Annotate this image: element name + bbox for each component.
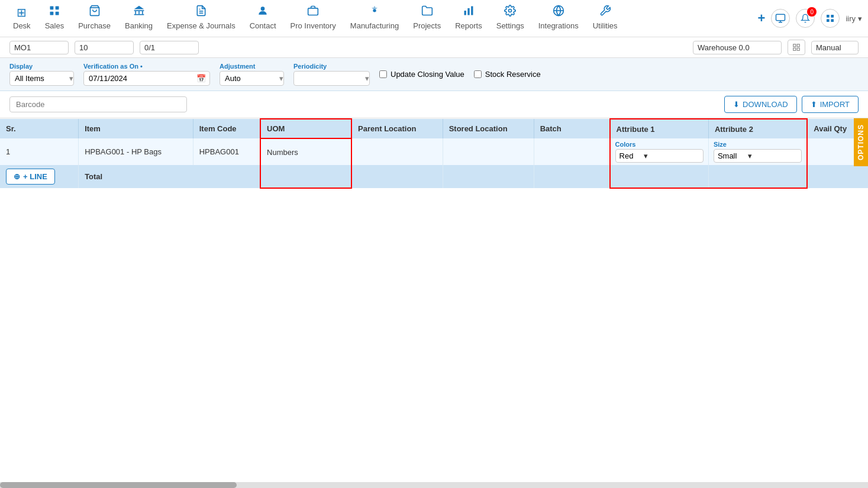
svg-rect-22 [776, 14, 785, 21]
cell-attribute2: Size Small Medium Large ▾ [708, 138, 807, 165]
nav-utilities[interactable]: Utilities [586, 0, 625, 37]
update-closing-label: Update Closing Value [391, 70, 464, 79]
update-closing-check[interactable]: Update Closing Value [379, 70, 464, 79]
col-batch: Batch [534, 119, 609, 138]
nav-purchase[interactable]: Purchase [71, 0, 118, 37]
svg-point-13 [261, 7, 265, 11]
footer-attr2-cell [708, 165, 807, 188]
col-item-code: Item Code [193, 119, 260, 138]
col-attribute2: Attribute 2 [708, 119, 807, 138]
partial-field3[interactable] [140, 41, 199, 54]
cell-item: HPBAG001 - HP Bags [79, 138, 193, 165]
svg-rect-1 [56, 7, 59, 10]
grid-button[interactable] [821, 9, 840, 28]
toolbar-buttons: ⬇ DOWNLOAD ⬆ IMPORT [724, 96, 859, 113]
plus-icon: ⊕ [14, 172, 20, 181]
table-header-row: Sr. Item Item Code UOM Parent Location S… [0, 119, 868, 138]
svg-rect-31 [793, 48, 796, 50]
col-uom: UOM [260, 119, 351, 138]
col-parent-location: Parent Location [351, 119, 443, 138]
partial-field4[interactable] [693, 41, 782, 54]
nav-settings[interactable]: Settings [489, 0, 531, 37]
nav-contact[interactable]: Contact [243, 0, 283, 37]
svg-point-15 [373, 9, 376, 12]
verification-date-input[interactable] [84, 72, 193, 85]
cell-item-code: HPBAG001 [193, 138, 260, 165]
col-attribute1: Attribute 1 [610, 119, 709, 138]
attribute1-select[interactable]: Red Blue Green [619, 151, 641, 160]
svg-rect-25 [827, 15, 830, 18]
verification-input-wrap: 📅 [83, 71, 210, 86]
download-icon: ⬇ [733, 100, 740, 109]
top-nav: ⊞ Desk Sales Purchase Banking Expense & … [0, 0, 868, 37]
purchase-icon [89, 5, 101, 20]
sales-icon [49, 5, 60, 20]
cell-stored-location [443, 138, 534, 165]
attribute2-label: Size [714, 141, 802, 148]
svg-marker-10 [134, 6, 144, 9]
attribute1-cell: Colors Red Blue Green ▾ [615, 141, 704, 163]
svg-rect-5 [134, 10, 144, 11]
footer-total-cell: Total [79, 165, 260, 188]
svg-rect-9 [134, 14, 144, 15]
footer-line-btn-cell: ⊕ + LINE [0, 165, 79, 188]
manufacturing-icon [369, 5, 380, 20]
attribute1-chevron-icon: ▾ [644, 151, 648, 160]
verification-filter: Verification as On • 📅 [83, 63, 210, 86]
download-button[interactable]: ⬇ DOWNLOAD [724, 96, 797, 113]
partial-field2[interactable] [75, 41, 134, 54]
transfer-button[interactable] [771, 9, 790, 28]
inventory-table: Sr. Item Item Code UOM Parent Location S… [0, 118, 868, 189]
nav-sales[interactable]: Sales [38, 0, 72, 37]
nav-reports[interactable]: Reports [448, 0, 489, 37]
options-tab[interactable]: OPTIONS [854, 118, 868, 166]
user-menu[interactable]: iiry ▾ [846, 14, 862, 23]
nav-desk[interactable]: ⊞ Desk [6, 0, 38, 37]
cell-batch [534, 138, 609, 165]
nav-projects[interactable]: Projects [406, 0, 448, 37]
svg-rect-16 [464, 11, 466, 15]
pro-inventory-icon [307, 5, 319, 20]
nav-pro-inventory[interactable]: Pro Inventory [283, 0, 343, 37]
table-wrap: Sr. Item Item Code UOM Parent Location S… [0, 118, 868, 189]
filter-bar: Display All Items Active Items Inactive … [0, 58, 868, 91]
nav-manufacturing[interactable]: Manufacturing [343, 0, 406, 37]
desk-icon: ⊞ [17, 5, 27, 20]
add-button[interactable]: + [758, 11, 766, 26]
display-select-wrap: All Items Active Items Inactive Items ▾ [9, 71, 74, 86]
chevron-down-icon: ▾ [858, 14, 862, 23]
attribute2-select[interactable]: Small Medium Large [718, 151, 746, 160]
partial-field5[interactable] [811, 41, 859, 54]
display-filter: Display All Items Active Items Inactive … [9, 63, 74, 86]
attribute2-select-wrap: Small Medium Large ▾ [714, 149, 802, 163]
footer-uom-cell [260, 165, 351, 188]
attribute2-chevron-icon: ▾ [748, 151, 752, 160]
footer-batch-cell [534, 165, 609, 188]
svg-rect-7 [138, 11, 140, 14]
col-stored-location: Stored Location [443, 119, 534, 138]
nav-expense[interactable]: Expense & Journals [160, 0, 243, 37]
import-button[interactable]: ⬆ IMPORT [802, 96, 859, 113]
svg-rect-30 [797, 44, 799, 47]
update-closing-checkbox[interactable] [379, 70, 387, 78]
periodicity-label: Periodicity [293, 63, 370, 70]
adjustment-select[interactable]: Auto Manual None [220, 72, 284, 85]
col-item: Item [79, 119, 193, 138]
periodicity-select[interactable]: Daily Weekly Monthly [294, 72, 370, 85]
nav-banking[interactable]: Banking [118, 0, 160, 37]
barcode-input[interactable] [9, 96, 187, 112]
footer-attr1-cell [610, 165, 709, 188]
display-select[interactable]: All Items Active Items Inactive Items [10, 72, 74, 85]
table-row: 1 HPBAG001 - HP Bags HPBAG001 Numbers Co… [0, 138, 868, 165]
calendar-icon[interactable]: 📅 [193, 72, 209, 85]
partial-field1[interactable] [9, 41, 69, 54]
reports-icon [463, 5, 475, 20]
stock-reserve-check[interactable]: Stock Reservice [474, 70, 541, 79]
partial-icon-btn[interactable] [788, 40, 805, 55]
nav-integrations[interactable]: Integrations [531, 0, 586, 37]
line-button[interactable]: ⊕ + LINE [6, 169, 55, 185]
svg-rect-14 [308, 8, 318, 15]
notification-button[interactable]: 0 [796, 9, 815, 28]
stock-reserve-checkbox[interactable] [474, 70, 482, 78]
svg-rect-2 [50, 12, 53, 15]
